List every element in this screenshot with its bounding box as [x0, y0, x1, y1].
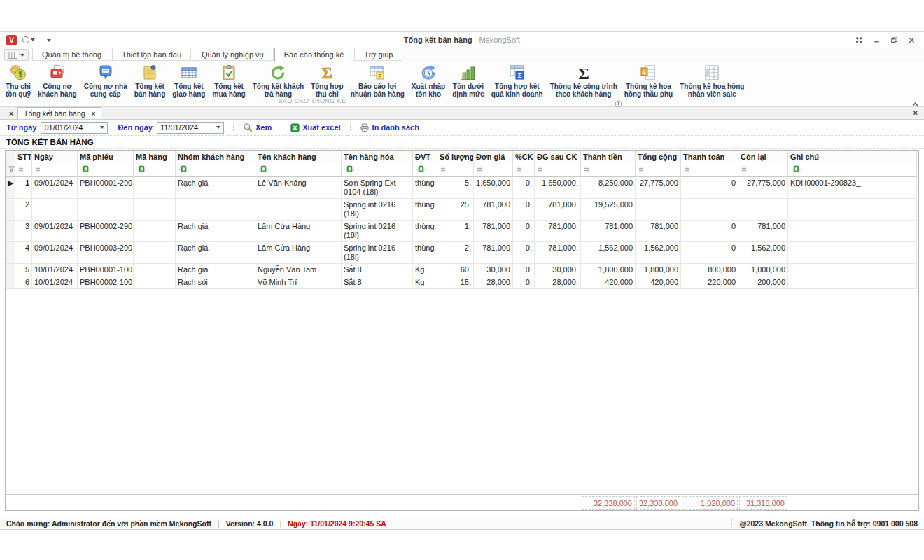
table-row[interactable]: 610/01/2024PBH00002-100...Rạch sỏiVõ Min… [6, 276, 917, 289]
document-tab[interactable]: Tổng kết bán hàng × [18, 107, 102, 119]
filter-cell-ngay[interactable] [32, 162, 78, 177]
cell-tenhh[interactable]: Sắt 8 [342, 276, 413, 289]
cell-ghichu[interactable] [788, 199, 917, 220]
dialog-launcher-icon[interactable] [615, 98, 622, 106]
table-row[interactable]: ▶109/01/2024PBH00001-290...Rạch giáLê Vă… [6, 177, 917, 199]
column-header-soluong[interactable]: Số lượng [438, 150, 474, 162]
cell-soluong[interactable]: 2. [438, 242, 474, 264]
column-header-stt[interactable]: STT [15, 150, 32, 162]
column-header-nhomkh[interactable]: Nhóm khách hàng [176, 150, 255, 162]
cell-stt[interactable]: 6 [15, 276, 32, 289]
view-button[interactable]: Xem [243, 122, 272, 132]
cell-ck[interactable]: 0. [513, 264, 535, 276]
cell-tenkh[interactable]: Lê Văn Kháng [255, 177, 342, 199]
cell-ngay[interactable]: 09/01/2024 [32, 220, 78, 242]
to-date-dropdown[interactable] [214, 122, 223, 133]
table-row[interactable]: 510/01/2024PBH00001-100...Rạch giáNguyễn… [6, 264, 917, 276]
filter-cell-thanhtien[interactable] [581, 162, 636, 177]
cell-dongia[interactable]: 30,000 [474, 264, 513, 276]
ribbon-item[interactable]: ΣThống kê hoa hồng thầu phụ [621, 64, 676, 98]
cell-thanhtien[interactable]: 19,525,000 [581, 199, 636, 220]
cell-dvt[interactable]: thùng [413, 177, 438, 199]
cell-maphieu[interactable]: PBH00002-100... [78, 276, 134, 289]
ribbon-collapse-icon[interactable] [911, 98, 919, 105]
from-date-dropdown[interactable] [97, 122, 107, 133]
cell-tongcong[interactable]: 781,000 [636, 220, 681, 242]
column-header-conlai[interactable]: Còn lại [738, 150, 788, 162]
cell-conlai[interactable]: 1,562,000 [738, 242, 788, 264]
filter-cell-ck[interactable] [513, 162, 535, 177]
cell-thanhtien[interactable]: 420,000 [581, 276, 636, 289]
cell-ck[interactable]: 0. [513, 276, 535, 289]
cell-dvt[interactable]: thùng [413, 242, 438, 264]
cell-mahang[interactable] [134, 264, 176, 276]
cell-ck[interactable]: 0. [513, 242, 535, 264]
ribbon-item[interactable]: Công nợ nhà cung cấp [80, 64, 131, 98]
ribbon-item[interactable]: Tồn dưới định mức [449, 64, 488, 98]
cell-tongcong[interactable]: 27,775,000 [636, 177, 681, 199]
column-header-maphieu[interactable]: Mã phiếu [78, 150, 134, 162]
cell-thanhtoan[interactable] [681, 199, 738, 220]
cell-ck[interactable]: 0. [513, 177, 535, 199]
ribbon-item[interactable]: $Thu chi tồn quỹ [2, 64, 34, 98]
filter-cell-tenhh[interactable] [342, 162, 413, 177]
qat-circle-button[interactable] [22, 36, 35, 43]
export-excel-button[interactable]: Xuất excel [290, 123, 340, 132]
cell-stt[interactable]: 4 [15, 242, 32, 264]
cell-dgsauck[interactable]: 1,650,000. [535, 177, 581, 199]
table-row[interactable]: 2Spring int 0216 (18l)thùng25.781,0000.7… [6, 199, 917, 220]
cell-nhomkh[interactable]: Rạch sỏi [176, 276, 255, 289]
app-logo-icon[interactable]: V [6, 35, 17, 46]
cell-maphieu[interactable]: PBH00002-290... [78, 220, 134, 242]
cell-nhomkh[interactable]: Rạch giá [176, 177, 255, 199]
ribbon-item[interactable]: Xuất nhập tồn kho [408, 64, 449, 98]
filter-cell-nhomkh[interactable] [176, 162, 255, 177]
ribbon-tab[interactable]: Quản trị hệ thống [32, 48, 111, 61]
cell-dgsauck[interactable]: 781,000. [535, 220, 581, 242]
cell-mahang[interactable] [134, 242, 176, 264]
ribbon-item[interactable]: Tổng kết khách trả hàng [249, 64, 307, 98]
cell-mahang[interactable] [134, 199, 176, 220]
cell-tenhh[interactable]: Sơn Spring Ext 0104 (18l) [342, 177, 413, 199]
ribbon-tab[interactable]: Thiết lập ban đầu [112, 48, 191, 61]
cell-maphieu[interactable]: PBH00001-100... [78, 264, 134, 276]
qat-customize-button[interactable] [46, 38, 51, 43]
cell-dgsauck[interactable]: 781,000. [535, 199, 581, 220]
cell-conlai[interactable]: 1,000,000 [738, 264, 788, 276]
cell-conlai[interactable]: 27,775,000 [738, 177, 788, 199]
cell-stt[interactable]: 1 [15, 177, 32, 199]
filter-cell-ghichu[interactable] [788, 162, 917, 177]
cell-tenkh[interactable]: Lâm Cửa Hàng [255, 220, 342, 242]
ribbon-tab[interactable]: Báo cáo thống kê [274, 48, 354, 62]
cell-thanhtoan[interactable]: 220,000 [681, 276, 738, 289]
ribbon-item[interactable]: ΣTổng hợp thu chi [307, 64, 347, 98]
ribbon-item[interactable]: Thống kê hoa hồng nhân viên sale [676, 64, 748, 98]
cell-stt[interactable]: 5 [15, 264, 32, 276]
cell-thanhtien[interactable]: 8,250,000 [581, 177, 636, 199]
ribbon-tab[interactable]: Quản lý nghiệp vụ [192, 48, 274, 61]
cell-nhomkh[interactable]: Rạch giá [176, 264, 255, 276]
filter-cell-mahang[interactable] [134, 162, 176, 177]
cell-thanhtoan[interactable]: 800,000 [681, 264, 738, 276]
to-date-input[interactable]: 11/01/2024 [157, 122, 224, 134]
cell-tenhh[interactable]: Spring int 0216 (18l) [342, 242, 413, 264]
ribbon-item[interactable]: Tổng kết bán hàng [131, 64, 169, 98]
close-button[interactable] [904, 34, 919, 46]
filter-cell-ind[interactable] [6, 162, 15, 177]
cell-dongia[interactable]: 781,000 [474, 199, 513, 220]
cell-ghichu[interactable] [788, 276, 917, 289]
cell-tongcong[interactable]: 1,562,000 [636, 242, 681, 264]
close-all-tabs-button[interactable]: × [5, 108, 18, 119]
cell-soluong[interactable]: 15. [438, 276, 474, 289]
cell-nhomkh[interactable]: Rạch giá [176, 242, 255, 264]
cell-conlai[interactable]: 781,000 [738, 220, 788, 242]
cell-dongia[interactable]: 781,000 [474, 220, 513, 242]
ribbon-app-button[interactable] [4, 49, 29, 61]
cell-dvt[interactable]: Kg [413, 276, 438, 289]
cell-ck[interactable]: 0. [513, 199, 535, 220]
ribbon-tab[interactable]: Trợ giúp [354, 48, 402, 61]
cell-ghichu[interactable] [788, 264, 917, 276]
cell-dongia[interactable]: 28,000 [474, 276, 513, 289]
cell-tenhh[interactable]: Sắt 8 [342, 264, 413, 276]
filter-cell-conlai[interactable] [738, 162, 788, 177]
